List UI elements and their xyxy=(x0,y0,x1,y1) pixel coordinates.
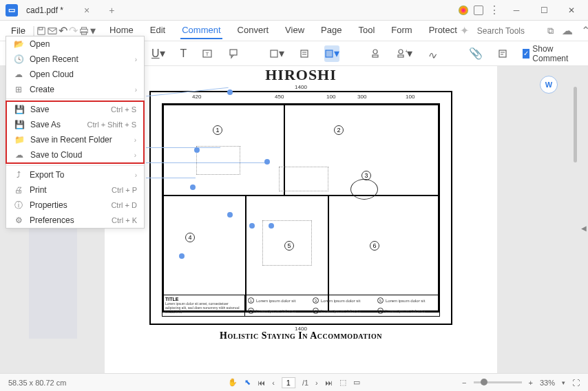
text-icon[interactable]: T xyxy=(180,45,187,62)
stamp-icon[interactable] xyxy=(370,45,381,62)
annotation-handle[interactable] xyxy=(190,184,196,190)
ai-icon[interactable] xyxy=(459,6,468,15)
zoom-dropdown-icon[interactable]: ▾ xyxy=(562,379,565,386)
zoom-in-icon[interactable]: + xyxy=(529,379,533,387)
document-page[interactable]: HIROSHI 1400 420 450 100 300 100 1 2 xyxy=(105,66,497,373)
menu-export[interactable]: ⤴Export To› xyxy=(6,167,144,182)
fit-width-icon[interactable]: ⬚ xyxy=(339,378,346,387)
window-action-icon[interactable] xyxy=(474,6,483,15)
minimize-button[interactable]: ─ xyxy=(505,1,527,20)
zoom-handle[interactable] xyxy=(481,379,487,385)
menu-open-cloud[interactable]: ☁Open Cloud xyxy=(6,67,144,82)
menu-open-recent[interactable]: 🕓Open Recent› xyxy=(6,52,144,67)
annotation-line[interactable] xyxy=(146,147,220,148)
print-icon: 🖨 xyxy=(13,184,24,196)
zoom-level[interactable]: 33% xyxy=(540,379,555,387)
vertical-scrollbar[interactable] xyxy=(574,87,577,162)
signature-icon[interactable] xyxy=(428,45,439,62)
menu-save-recent-folder[interactable]: 📁Save in Recent Folder› xyxy=(7,132,143,147)
hand-tool-icon[interactable]: ✋ xyxy=(228,378,238,387)
menu-save-cloud[interactable]: ☁Save to Cloud› xyxy=(7,147,143,162)
close-tab-icon[interactable]: × xyxy=(84,5,90,16)
dim-bottom: 1400 xyxy=(295,326,307,332)
annotation-line[interactable] xyxy=(146,162,267,163)
tab-comment[interactable]: Comment xyxy=(180,22,222,39)
note-icon[interactable] xyxy=(300,45,309,62)
tab-edit[interactable]: Edit xyxy=(149,22,167,39)
fit-page-icon[interactable]: ▭ xyxy=(353,378,360,387)
menu-print[interactable]: 🖨PrintCtrl + P xyxy=(6,182,144,198)
file-dropdown-menu: 📂Open 🕓Open Recent› ☁Open Cloud ⊞Create›… xyxy=(6,36,145,229)
menu-open[interactable]: 📂Open xyxy=(6,36,144,52)
prev-page-icon[interactable]: ‹ xyxy=(272,379,275,387)
room-label-6: 6 xyxy=(370,241,379,251)
titlebar-controls: ⋮ ─ ☐ ✕ xyxy=(459,1,582,20)
zoom-out-icon[interactable]: − xyxy=(462,379,466,387)
expand-panel-icon[interactable]: ◀ xyxy=(581,224,587,232)
menu-properties[interactable]: ⓘPropertiesCtrl + D xyxy=(6,198,144,213)
annotation-handle[interactable] xyxy=(249,223,255,229)
tab-filename: cad1.pdf * xyxy=(26,6,63,15)
cloud-up-icon: ☁ xyxy=(14,149,25,160)
menubar-right: ✦ ⧉ ☁ ⌃ xyxy=(460,24,588,37)
tab-protect[interactable]: Protect xyxy=(428,22,459,39)
menu-create[interactable]: ⊞Create› xyxy=(6,82,144,97)
maximize-button[interactable]: ☐ xyxy=(533,1,555,20)
word-export-icon[interactable]: W xyxy=(540,76,558,94)
area-highlight-icon[interactable]: ▾ xyxy=(324,45,339,62)
close-button[interactable]: ✕ xyxy=(560,1,582,20)
tab-page[interactable]: Page xyxy=(319,22,343,39)
attachment-icon[interactable]: 📎 xyxy=(469,45,483,62)
text-box-icon[interactable]: T xyxy=(202,45,213,62)
last-page-icon[interactable]: ⏭ xyxy=(325,379,333,387)
collapse-icon[interactable]: ⌃ xyxy=(581,24,588,37)
new-tab-button[interactable]: + xyxy=(109,5,114,16)
cloud-icon: ☁ xyxy=(13,69,24,80)
search-input[interactable] xyxy=(477,26,539,36)
annotation-handle[interactable] xyxy=(227,212,233,218)
first-page-icon[interactable]: ⏮ xyxy=(258,379,265,387)
svg-rect-2 xyxy=(48,28,56,34)
page-number-input[interactable] xyxy=(282,377,295,388)
menu-save-as[interactable]: 💾Save AsCtrl + Shift + S xyxy=(7,117,143,132)
zoom-slider[interactable] xyxy=(474,381,522,383)
kebab-menu-icon[interactable]: ⋮ xyxy=(489,3,500,17)
show-comment-label: Show Comment xyxy=(532,44,571,63)
open-external-icon[interactable]: ⧉ xyxy=(547,25,554,36)
magic-icon[interactable]: ✦ xyxy=(460,24,469,37)
svg-rect-17 xyxy=(398,55,403,57)
next-page-icon[interactable]: › xyxy=(315,379,318,387)
annotation-handle[interactable] xyxy=(227,89,233,95)
cloud-icon[interactable]: ☁ xyxy=(562,24,573,37)
menu-save[interactable]: 💾SaveCtrl + S xyxy=(7,102,143,117)
comment-list-icon[interactable] xyxy=(498,45,507,62)
floorplan-inner: 1 2 3 4 5 6 xyxy=(162,103,440,313)
menu-preferences[interactable]: ⚙PreferencesCtrl + K xyxy=(6,213,144,228)
stamp-add-icon[interactable]: +▾ xyxy=(396,45,412,62)
plus-box-icon: ⊞ xyxy=(13,84,24,95)
select-tool-icon[interactable]: ⬉ xyxy=(244,378,251,387)
svg-text:+: + xyxy=(405,48,407,54)
save-as-icon: 💾 xyxy=(14,119,25,130)
tab-view[interactable]: View xyxy=(284,22,306,39)
chevron-right-icon: › xyxy=(135,56,137,63)
annotation-line[interactable] xyxy=(146,178,196,178)
annotation-handle[interactable] xyxy=(179,253,185,259)
cursor-coordinates: 58.35 x 80.72 cm xyxy=(8,379,66,387)
document-tab[interactable]: cad1.pdf * × xyxy=(18,0,98,20)
annotation-handle[interactable] xyxy=(269,223,274,229)
statusbar: 58.35 x 80.72 cm ✋ ⬉ ⏮ ‹ /1 › ⏭ ⬚ ▭ − + … xyxy=(0,373,588,391)
tab-form[interactable]: Form xyxy=(390,22,413,39)
tab-tool[interactable]: Tool xyxy=(357,22,376,39)
app-icon: ▭ xyxy=(6,4,18,17)
shape-icon[interactable]: ▾ xyxy=(269,45,284,62)
fullscreen-icon[interactable]: ⛶ xyxy=(572,379,580,387)
annotation-handle[interactable] xyxy=(194,147,200,153)
annotation-handle[interactable] xyxy=(264,159,270,165)
show-comment-toggle[interactable]: ✓ Show Comment xyxy=(523,44,571,63)
floorplan-drawing: 1400 420 450 100 300 100 1 2 3 4 xyxy=(149,91,452,325)
callout-icon[interactable] xyxy=(228,45,239,62)
tab-convert[interactable]: Convert xyxy=(236,22,271,39)
underline-icon[interactable]: U▾ xyxy=(151,45,165,62)
svg-point-16 xyxy=(399,50,403,54)
